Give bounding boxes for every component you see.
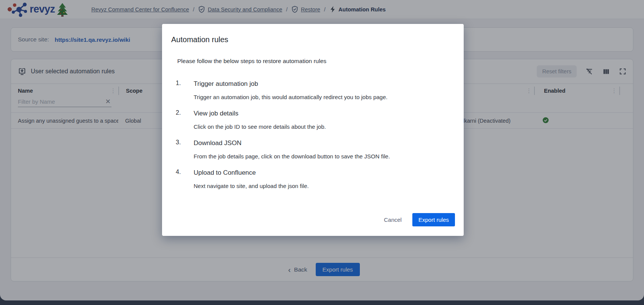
step-description: Trigger an automation job, this would au… <box>194 93 455 101</box>
step-description: Next navigate to site, and upload the js… <box>194 182 455 190</box>
export-rules-button-modal[interactable]: Export rules <box>412 213 455 226</box>
step-item: Download JSON From the job details page,… <box>176 139 455 160</box>
modal-intro-text: Please follow the below steps to restore… <box>177 58 455 65</box>
automation-rules-modal: Automation rules Please follow the below… <box>162 24 464 236</box>
step-description: From the job details page, click on the … <box>194 153 455 160</box>
modal-title: Automation rules <box>171 35 455 44</box>
step-item: Trigger automation job Trigger an automa… <box>176 80 455 101</box>
step-title: Upload to Confluence <box>194 169 455 177</box>
cancel-button[interactable]: Cancel <box>378 213 407 226</box>
step-title: Trigger automation job <box>194 80 455 88</box>
modal-steps-list: Trigger automation job Trigger an automa… <box>171 80 455 198</box>
step-title: Download JSON <box>194 139 455 147</box>
step-item: Upload to Confluence Next navigate to si… <box>176 169 455 190</box>
step-title: View job details <box>194 109 455 118</box>
step-description: Click on the job ID to see more details … <box>194 123 455 131</box>
step-item: View job details Click on the job ID to … <box>176 109 455 131</box>
modal-footer: Cancel Export rules <box>171 213 455 226</box>
